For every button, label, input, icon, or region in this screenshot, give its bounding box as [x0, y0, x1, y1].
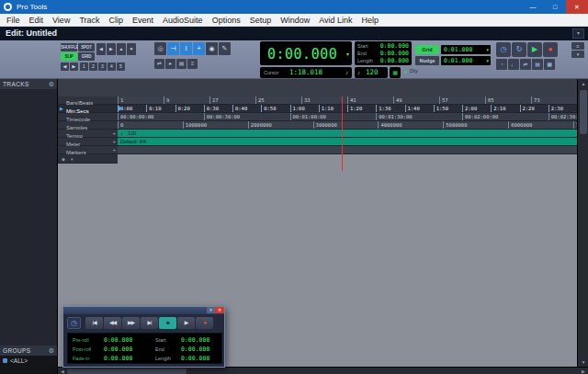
- counter-dropdown-icon[interactable]: ▾: [346, 51, 349, 57]
- link-timeline-edit-button[interactable]: ⇄: [154, 59, 164, 69]
- scroll-right-icon[interactable]: ▶: [579, 368, 588, 374]
- menu-item[interactable]: Track: [74, 14, 104, 27]
- zoom-preset-button[interactable]: 1: [80, 62, 88, 71]
- scroll-up-icon[interactable]: ▲: [578, 79, 588, 88]
- menu-item[interactable]: View: [48, 14, 74, 27]
- menu-item[interactable]: Event: [128, 14, 158, 27]
- add-marker-button[interactable]: +: [112, 146, 116, 153]
- maximize-button[interactable]: □: [544, 0, 566, 14]
- nudge-value-button[interactable]: Nudge: [415, 56, 439, 65]
- transport-close-button[interactable]: ✕: [215, 307, 224, 313]
- zoom-left-button[interactable]: ◀: [61, 62, 69, 71]
- menu-item[interactable]: Options: [208, 14, 245, 27]
- go-to-end-button[interactable]: ▶|: [141, 317, 158, 329]
- zoom-preset-button[interactable]: 5: [117, 62, 125, 71]
- timeline-insertion-marker[interactable]: [119, 106, 122, 111]
- ruler-band-tempo[interactable]: ♪ 120: [118, 130, 577, 138]
- mode-slip-button[interactable]: SLIP: [61, 52, 77, 61]
- gear-icon[interactable]: ⚙: [49, 81, 54, 88]
- ruler-name-meter[interactable]: Meter +: [58, 138, 118, 146]
- mirrored-midi-button[interactable]: ▤: [176, 59, 187, 69]
- horizontal-scrollbar[interactable]: ◀ ▶: [58, 367, 588, 374]
- transport-expand-button[interactable]: ▾: [207, 307, 215, 313]
- horizontal-scroll-thumb[interactable]: [67, 368, 187, 374]
- ruler-band-minsecs[interactable]: 0:000:100:200:300:400:501:001:101:201:30…: [118, 105, 577, 113]
- ruler-name-tempo[interactable]: Tempo +: [58, 130, 118, 138]
- menu-item[interactable]: Edit: [25, 14, 49, 27]
- close-button[interactable]: ✕: [566, 0, 588, 14]
- record-button[interactable]: ●: [196, 317, 213, 329]
- main-counter[interactable]: 0:00.000 ▾: [260, 41, 352, 65]
- add-tempo-event-button[interactable]: +: [112, 130, 116, 137]
- menu-item[interactable]: Help: [357, 14, 384, 27]
- mode-shuffle-button[interactable]: SHUFFLE: [61, 43, 77, 51]
- toolbar-collapse-button[interactable]: ▾: [571, 51, 584, 58]
- tracks-list[interactable]: [0, 89, 57, 346]
- transport-field[interactable]: End 0:00.000: [155, 345, 209, 354]
- play-button[interactable]: ▶: [177, 317, 195, 329]
- tab-to-transient-button[interactable]: ▸: [165, 59, 175, 69]
- loop-playback-button[interactable]: ↻: [512, 42, 526, 57]
- nudge-value-display[interactable]: 0:01.000 ▾: [441, 56, 491, 65]
- midi-zoom-button[interactable]: ▼: [127, 43, 136, 55]
- ruler-collapse-icon[interactable]: ▾: [71, 154, 74, 164]
- ruler-band-samples[interactable]: 0100000020000003000000400000050000006000…: [118, 121, 577, 130]
- vertical-scroll-thumb[interactable]: [580, 90, 587, 134]
- zoom-in-button[interactable]: ▶: [107, 43, 116, 55]
- transport-window[interactable]: ▾ ✕ ◷ |◀◀◀▶▶▶|■▶● Pre-roll 0:00.000 Post…: [62, 306, 225, 368]
- tempo-event-value[interactable]: 120: [128, 130, 136, 138]
- mode-grid-button[interactable]: GRID: [78, 52, 95, 61]
- menu-item[interactable]: Avid Link: [314, 14, 356, 27]
- menu-item[interactable]: File: [2, 14, 25, 27]
- selector-tool-button[interactable]: I: [180, 42, 192, 55]
- menu-item[interactable]: Clip: [105, 14, 129, 27]
- nudge-dropdown-icon[interactable]: ▾: [486, 56, 489, 65]
- menu-item[interactable]: AudioSuite: [158, 14, 208, 27]
- transport-field[interactable]: Post-roll 0:00.000: [73, 345, 132, 354]
- edit-window-menu-button[interactable]: ▾: [572, 28, 584, 39]
- group-all-item[interactable]: <ALL>: [0, 356, 57, 366]
- pencil-tool-button[interactable]: ✎: [219, 42, 231, 55]
- insertion-follows-playback-button[interactable]: ≡: [187, 59, 198, 69]
- transport-title-bar[interactable]: ▾ ✕: [63, 307, 224, 314]
- ruler-band-bars[interactable]: 19172533414957657381: [118, 96, 577, 105]
- online-button[interactable]: ◷: [496, 42, 511, 57]
- mode-spot-button[interactable]: SPOT: [78, 43, 95, 51]
- scrubber-tool-button[interactable]: ◉: [206, 42, 218, 55]
- pre-roll-toggle-button[interactable]: ◔: [496, 59, 507, 70]
- menu-item[interactable]: Window: [276, 14, 314, 27]
- selection-field[interactable]: Length 0:00.000: [357, 57, 409, 64]
- zoom-preset-button[interactable]: 4: [107, 62, 116, 71]
- grid-value-button[interactable]: Grid: [415, 45, 439, 54]
- ruler-view-icon[interactable]: ◆: [62, 154, 65, 164]
- meter-event-value[interactable]: Default: 4/4: [120, 138, 146, 146]
- ruler-name-samples[interactable]: Samples: [58, 121, 118, 130]
- audio-zoom-button[interactable]: ▲: [117, 43, 126, 55]
- ruler-band-markers[interactable]: [118, 146, 577, 154]
- session-tempo-display[interactable]: ♪ 120: [355, 67, 388, 78]
- vertical-scrollbar[interactable]: ▲ ▼: [577, 79, 588, 367]
- minimize-button[interactable]: —: [522, 0, 544, 14]
- toolbar-menu-button[interactable]: ≡: [571, 42, 584, 50]
- menu-item[interactable]: Setup: [245, 14, 277, 27]
- return-to-zero-button[interactable]: |◀: [85, 317, 103, 329]
- ruler-band-meter[interactable]: Default: 4/4: [118, 138, 577, 146]
- ruler-band-timecode[interactable]: 00:00:00:0000:00:30:0000:01:00:0000:01:3…: [118, 113, 577, 121]
- zoom-out-button[interactable]: ◀: [96, 43, 106, 55]
- gear-icon[interactable]: ⚙: [49, 347, 54, 355]
- ruler-name-markers[interactable]: Markers +: [58, 146, 118, 154]
- midi-merge-button[interactable]: ▤: [532, 59, 543, 70]
- stop-button[interactable]: ■: [159, 317, 176, 329]
- rewind-button[interactable]: ◀◀: [104, 317, 121, 329]
- scroll-left-icon[interactable]: ◀: [58, 368, 67, 374]
- record-button[interactable]: ●: [543, 42, 558, 57]
- add-meter-event-button[interactable]: +: [112, 138, 116, 145]
- count-off-button[interactable]: ⇄: [520, 59, 531, 70]
- trim-tool-button[interactable]: ⊣: [167, 42, 179, 55]
- play-button[interactable]: ▶: [527, 42, 542, 57]
- metronome-button[interactable]: ♩: [508, 59, 519, 70]
- transport-field[interactable]: Fade-in 0:00.000: [73, 354, 132, 363]
- zoom-preset-button[interactable]: 3: [98, 62, 107, 71]
- transport-field[interactable]: Length 0:00.000: [155, 354, 209, 363]
- ruler-name-minsecs[interactable]: ▶ Min:Secs: [58, 105, 118, 113]
